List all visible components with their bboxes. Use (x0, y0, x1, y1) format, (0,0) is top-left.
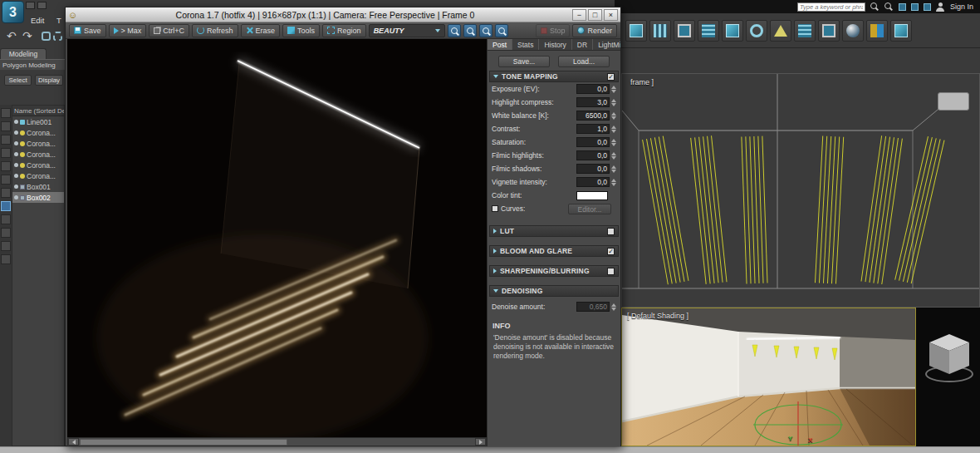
vignette-intensity-input[interactable]: 0,0 (576, 177, 610, 187)
scale-icon[interactable] (770, 20, 791, 42)
section-bloom-glare[interactable]: BLOOM AND GLARE ✓ (489, 245, 619, 257)
quick-access-icon[interactable] (37, 2, 47, 9)
scene-row[interactable]: Box001 (12, 181, 64, 192)
white-balance-input[interactable]: 6500,0 (576, 111, 610, 121)
zoom-fit-icon[interactable] (495, 24, 508, 37)
scene-row[interactable]: Corona... (12, 138, 64, 149)
viewport-side[interactable] (916, 308, 980, 446)
viewport-label[interactable]: [ Default Shading ] (627, 312, 688, 320)
visibility-icon[interactable] (14, 141, 18, 145)
spinner[interactable] (611, 99, 616, 106)
contrast-input[interactable]: 1,0 (576, 124, 610, 134)
sign-in-link[interactable]: Sign In (950, 2, 973, 11)
viewport-wireframe[interactable]: frame ] (621, 73, 980, 308)
horizontal-scrollbar[interactable] (67, 437, 487, 446)
rotate-icon[interactable] (746, 20, 767, 42)
save-button[interactable]: Save (69, 24, 106, 37)
spinner[interactable] (611, 179, 616, 186)
properties-icon[interactable] (1, 254, 11, 264)
filter-icon[interactable] (1, 161, 11, 171)
visibility-icon[interactable] (14, 195, 18, 199)
tab-dr[interactable]: DR (572, 39, 593, 50)
close-button[interactable]: × (604, 9, 618, 21)
search-input[interactable] (797, 2, 865, 12)
tab-stats[interactable]: Stats (512, 39, 539, 50)
window-crossing-icon[interactable] (698, 20, 719, 42)
search-history-icon[interactable] (884, 2, 894, 12)
material-editor-icon[interactable] (842, 20, 864, 42)
3dsmax-logo-icon[interactable]: 3 (2, 1, 24, 23)
minimize-button[interactable]: − (572, 9, 586, 21)
refresh-button[interactable]: Refresh (192, 24, 238, 37)
list-view-icon[interactable] (1, 135, 11, 145)
zoom-reset-icon[interactable] (479, 24, 492, 37)
visibility-icon[interactable] (14, 130, 18, 135)
display-panel-button[interactable]: Display (35, 75, 63, 86)
region-button[interactable]: Region (322, 24, 366, 37)
copy-button[interactable]: Ctrl+C (149, 24, 189, 37)
exposure-input[interactable]: 0,0 (576, 84, 610, 94)
section-sharpening[interactable]: SHARPENING/BLURRING (489, 265, 619, 277)
curves-checkbox[interactable] (492, 205, 498, 212)
scene-row[interactable]: Line001 (12, 116, 64, 127)
save-config-button[interactable]: Save... (498, 56, 550, 67)
section-tone-mapping[interactable]: TONE MAPPING ✓ (489, 71, 619, 82)
community-icon[interactable] (911, 3, 919, 11)
select-panel-button[interactable]: Select (4, 75, 32, 86)
unlink-icon[interactable] (53, 32, 62, 41)
spinner[interactable] (611, 139, 616, 146)
spinner[interactable] (611, 165, 616, 173)
channel-dropdown[interactable]: BEAUTY (369, 24, 445, 37)
rectangular-selection-icon[interactable] (674, 20, 695, 42)
saturation-input[interactable]: 0,0 (576, 137, 610, 147)
user-icon[interactable] (936, 2, 945, 12)
color-tint-swatch[interactable] (576, 191, 608, 200)
help-icon[interactable] (924, 3, 931, 11)
scroll-left-icon[interactable] (68, 438, 79, 446)
scene-row[interactable]: Corona... (12, 170, 64, 181)
scene-row[interactable]: Corona... (12, 127, 64, 138)
sharpening-checkbox[interactable] (607, 268, 615, 275)
select-link-icon[interactable] (42, 32, 51, 41)
spinner[interactable] (611, 86, 616, 93)
move-icon[interactable] (722, 20, 743, 42)
erase-button[interactable]: Erase (241, 24, 281, 37)
lock-icon[interactable] (1, 214, 11, 224)
sort-icon[interactable] (1, 148, 11, 158)
load-config-button[interactable]: Load... (558, 56, 610, 67)
zoom-in-icon[interactable] (463, 24, 477, 37)
scroll-right-icon[interactable] (475, 438, 486, 446)
render-production-icon[interactable] (890, 20, 912, 42)
tab-lightmix[interactable]: LightMix (593, 39, 620, 50)
redo-icon[interactable]: ↷ (22, 30, 32, 42)
filmic-shadows-input[interactable]: 0,0 (576, 164, 610, 174)
scene-row-selected[interactable]: Box002 (12, 192, 64, 203)
spinner[interactable] (611, 112, 616, 120)
layer-icon[interactable] (1, 121, 11, 131)
spinner[interactable] (611, 152, 616, 160)
workspace-icon[interactable] (899, 3, 906, 11)
freeze-icon[interactable] (1, 241, 11, 251)
ribbon-tab-modeling[interactable]: Modeling (0, 48, 47, 59)
section-denoising[interactable]: DENOISING (489, 285, 619, 297)
pin-icon[interactable] (1, 188, 11, 198)
menu-edit[interactable]: Edit (31, 16, 44, 25)
visibility-icon[interactable] (14, 120, 18, 124)
tab-history[interactable]: History (539, 39, 571, 50)
spinner[interactable] (611, 126, 616, 133)
scene-explorer-icon[interactable] (1, 108, 11, 118)
scene-list-header[interactable]: Name (Sorted De (12, 106, 64, 116)
hide-icon[interactable] (1, 228, 11, 238)
render-button[interactable]: Render (572, 24, 617, 37)
render-setup-icon[interactable] (866, 20, 888, 42)
tab-post[interactable]: Post (488, 39, 512, 50)
highlight-icon[interactable] (1, 201, 11, 211)
zoom-out-icon[interactable] (448, 24, 461, 37)
search-icon[interactable] (870, 2, 880, 12)
snap-toggle-icon[interactable] (794, 20, 816, 42)
quick-access-icon[interactable] (26, 2, 35, 9)
bloom-checkbox[interactable]: ✓ (607, 248, 615, 255)
menu-truncated[interactable]: T (56, 16, 61, 25)
tools-button[interactable]: Tools (282, 24, 320, 37)
rendered-image[interactable] (67, 39, 487, 437)
